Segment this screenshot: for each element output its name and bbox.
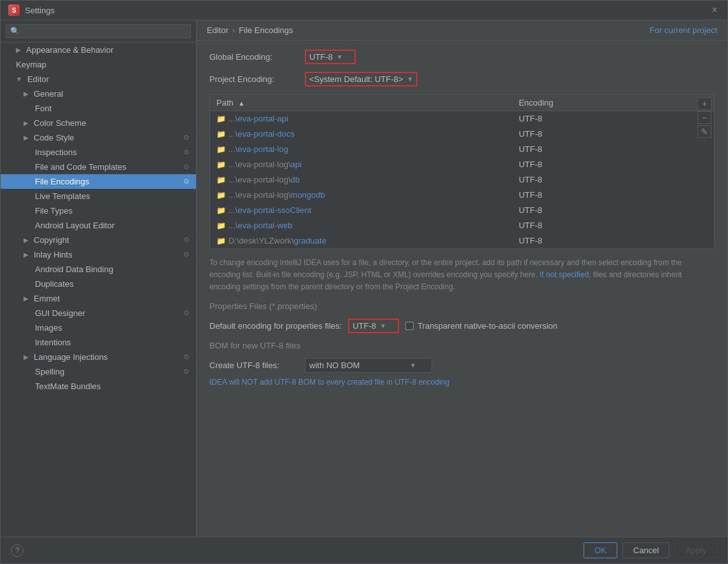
collapse-arrow-color-scheme: ▶ — [24, 120, 29, 127]
sidebar-item-inlay-hints[interactable]: ▶ Inlay Hints ⚙ — [1, 247, 196, 262]
table-row[interactable]: 📁...\eva-portal-ssoClientUTF-8 — [210, 203, 714, 218]
sidebar-item-appearance[interactable]: ▶ Appearance & Behavior — [1, 43, 196, 57]
table-edit-button[interactable]: ✎ — [697, 125, 711, 138]
sidebar-item-language-injections[interactable]: ▶ Language Injections ⚙ — [1, 350, 196, 364]
table-cell-path: 📁...\eva-portal-log\mongodb — [210, 188, 512, 203]
table-cell-encoding: UTF-8 — [512, 142, 714, 157]
cancel-button[interactable]: Cancel — [622, 542, 669, 558]
sort-arrow-path: ▲ — [238, 100, 244, 107]
bottom-bar: ? OK Cancel Apply — [1, 537, 727, 563]
table-header-path: Path ▲ — [210, 95, 512, 111]
table-row[interactable]: 📁D:\desk\YLZwork\graduateUTF-8 — [210, 233, 714, 249]
path-bold-part: eva-portal-log — [237, 144, 288, 154]
path-bold-part: api — [291, 160, 302, 169]
global-encoding-arrow: ▼ — [337, 53, 343, 60]
sidebar-item-images[interactable]: Images — [1, 320, 196, 335]
table-row[interactable]: 📁...\eva-portal-log\apiUTF-8 — [210, 157, 714, 172]
title-bar: S Settings × — [1, 1, 727, 20]
table-cell-path: 📁...\eva-portal-log\api — [210, 157, 512, 172]
table-row[interactable]: 📁...\eva-portal-logUTF-8 — [210, 142, 714, 157]
transparent-checkbox[interactable] — [405, 322, 414, 330]
sidebar-item-font[interactable]: Font — [1, 101, 196, 116]
sidebar-item-file-types[interactable]: File Types — [1, 203, 196, 218]
spelling-settings-icon: ⚙ — [183, 368, 190, 376]
sidebar-item-color-scheme[interactable]: ▶ Color Scheme — [1, 116, 196, 130]
panel-content: Global Encoding: UTF-8 ▼ Project Encodin… — [197, 41, 727, 537]
folder-icon: 📁 — [216, 237, 226, 245]
sidebar-item-emmet[interactable]: ▶ Emmet — [1, 291, 196, 306]
collapse-arrow-appearance: ▶ — [16, 46, 21, 53]
table-row[interactable]: 📁...\eva-portal-log\mongodbUTF-8 — [210, 188, 714, 203]
create-utf8-label: Create UTF-8 files: — [209, 361, 298, 370]
main-panel: Editor › File Encodings For current proj… — [197, 20, 727, 537]
collapse-arrow-code-style: ▶ — [24, 134, 29, 141]
sidebar-item-code-style[interactable]: ▶ Code Style ⚙ — [1, 130, 196, 145]
breadcrumb-link[interactable]: For current project — [650, 25, 717, 35]
folder-icon: 📁 — [216, 175, 226, 184]
info-text: To change encoding IntelliJ IDEA uses fo… — [209, 257, 715, 294]
sidebar-item-copyright[interactable]: ▶ Copyright ⚙ — [1, 233, 196, 247]
path-bold-part: mongodb — [291, 190, 325, 200]
search-input[interactable] — [6, 24, 191, 38]
table-cell-path: 📁...\eva-portal-docs — [210, 127, 512, 142]
app-icon: S — [8, 4, 20, 16]
table-row[interactable]: 📁...\eva-portal-webUTF-8 — [210, 218, 714, 233]
sidebar-item-spelling[interactable]: Spelling ⚙ — [1, 364, 196, 379]
path-bold-part: eva-portal-ssoClient — [237, 205, 311, 215]
table-add-button[interactable]: + — [697, 97, 711, 110]
table-cell-path: 📁...\eva-portal-api — [210, 111, 512, 127]
table-cell-path: 📁...\eva-portal-ssoClient — [210, 203, 512, 218]
copyright-settings-icon: ⚙ — [183, 236, 190, 244]
close-button[interactable]: × — [710, 5, 720, 15]
table-row[interactable]: 📁...\eva-portal-docsUTF-8 — [210, 127, 714, 142]
sidebar-item-android-layout-editor[interactable]: Android Layout Editor — [1, 218, 196, 233]
inlay-hints-settings-icon: ⚙ — [183, 251, 190, 259]
apply-button[interactable]: Apply — [675, 542, 717, 558]
encoding-table-container: Path ▲ Encoding 📁...\eva-portal-apiUTF-8… — [209, 94, 715, 249]
bom-section-title: BOM for new UTF-8 files — [209, 341, 715, 350]
folder-icon: 📁 — [216, 221, 226, 230]
properties-section-title: Properties Files (*.properties) — [209, 301, 715, 311]
search-box — [1, 20, 196, 43]
global-encoding-label: Global Encoding: — [209, 52, 298, 62]
path-bold-part: eva-portal-docs — [237, 129, 295, 139]
inspections-settings-icon: ⚙ — [183, 148, 190, 156]
table-row[interactable]: 📁...\eva-portal-apiUTF-8 — [210, 111, 714, 127]
sidebar-item-general[interactable]: ▶ General — [1, 86, 196, 101]
collapse-arrow-general: ▶ — [24, 90, 29, 97]
global-encoding-row: Global Encoding: UTF-8 ▼ — [209, 50, 715, 64]
collapse-arrow-copyright: ▶ — [24, 237, 29, 244]
project-encoding-value: <System Default: UTF-8> — [309, 74, 403, 84]
sidebar-item-duplicates[interactable]: Duplicates — [1, 277, 196, 291]
default-encoding-label: Default encoding for properties files: — [209, 321, 342, 331]
language-injections-settings-icon: ⚙ — [183, 353, 190, 361]
sidebar-item-file-code-templates[interactable]: File and Code Templates ⚙ — [1, 160, 196, 174]
help-button[interactable]: ? — [11, 544, 24, 557]
default-encoding-dropdown[interactable]: UTF-8 ▼ — [348, 319, 399, 333]
collapse-arrow-editor: ▼ — [16, 76, 22, 83]
settings-dialog: S Settings × ▶ Appearance & Behavior Key… — [0, 0, 728, 564]
sidebar-item-inspections[interactable]: Inspections ⚙ — [1, 145, 196, 160]
breadcrumb: Editor › File Encodings For current proj… — [197, 20, 727, 41]
sidebar-item-keymap[interactable]: Keymap — [1, 57, 196, 72]
ok-button[interactable]: OK — [584, 542, 617, 558]
sidebar-item-intentions[interactable]: Intentions — [1, 335, 196, 350]
project-encoding-dropdown[interactable]: <System Default: UTF-8> ▼ — [305, 72, 417, 86]
table-remove-button[interactable]: − — [697, 111, 711, 124]
global-encoding-dropdown[interactable]: UTF-8 ▼ — [305, 50, 356, 64]
table-row[interactable]: 📁...\eva-portal-log\dbUTF-8 — [210, 172, 714, 188]
sidebar-item-live-templates[interactable]: Live Templates — [1, 189, 196, 203]
table-cell-path: 📁D:\desk\YLZwork\graduate — [210, 233, 512, 249]
breadcrumb-parent: Editor — [207, 25, 228, 35]
sidebar-item-file-encodings[interactable]: File Encodings ⚙ — [1, 174, 196, 189]
bom-dropdown[interactable]: with NO BOM ▼ — [305, 358, 432, 373]
table-cell-encoding: UTF-8 — [512, 218, 714, 233]
sidebar-item-android-data-binding[interactable]: Android Data Binding — [1, 262, 196, 277]
gui-designer-settings-icon: ⚙ — [183, 309, 190, 317]
table-cell-encoding: UTF-8 — [512, 188, 714, 203]
transparent-label: Transparent native-to-ascii conversion — [417, 321, 557, 331]
file-code-templates-settings-icon: ⚙ — [183, 163, 190, 171]
sidebar-item-gui-designer[interactable]: GUI Designer ⚙ — [1, 306, 196, 320]
sidebar-item-textmate-bundles[interactable]: TextMate Bundles — [1, 379, 196, 394]
sidebar-item-editor[interactable]: ▼ Editor — [1, 72, 196, 86]
